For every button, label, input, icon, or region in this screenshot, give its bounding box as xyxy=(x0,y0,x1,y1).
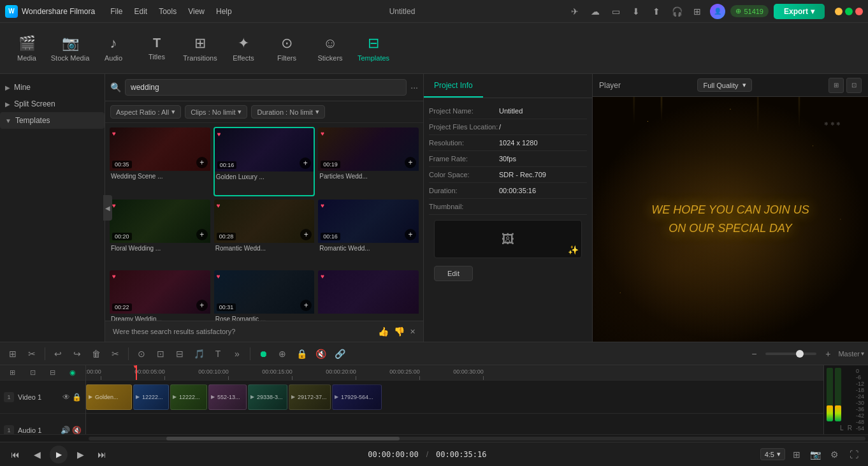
pip-button[interactable]: ⊞ xyxy=(789,447,804,462)
search-options-icon[interactable]: ··· xyxy=(410,82,418,92)
zoom-handle[interactable] xyxy=(796,350,804,358)
section-templates[interactable]: ▼ Templates xyxy=(0,112,105,129)
text-button[interactable]: T xyxy=(209,345,227,363)
template-add-6[interactable]: + xyxy=(196,300,208,311)
search-input[interactable] xyxy=(125,79,407,96)
tool-media[interactable]: 🎬 Media xyxy=(5,27,48,70)
record-button[interactable]: ⏺ xyxy=(254,345,272,363)
fullscreen-button[interactable]: ⛶ xyxy=(846,447,862,462)
settings-button[interactable]: ⚙ xyxy=(827,447,843,462)
track-lock-button[interactable]: ◉ xyxy=(64,365,82,382)
clip-29172[interactable]: ▶ 29172-37... xyxy=(289,384,331,410)
template-add-4[interactable]: + xyxy=(300,229,312,240)
redo-button[interactable]: ↪ xyxy=(68,345,86,363)
close-button[interactable] xyxy=(855,8,863,15)
audio-track-vol-button[interactable]: 🔊 xyxy=(61,426,70,435)
delete-button[interactable]: 🗑 xyxy=(87,345,105,363)
quality-selector[interactable]: Full Quality ▾ xyxy=(697,78,751,92)
audio-track-mute-button[interactable]: 🔇 xyxy=(72,426,82,435)
template-add-1[interactable]: + xyxy=(300,157,311,169)
playhead[interactable] xyxy=(136,365,137,380)
user-avatar[interactable]: 👤 xyxy=(710,4,725,19)
cloud-icon[interactable]: ☁ xyxy=(588,4,603,19)
feedback-close-button[interactable]: ✕ xyxy=(410,328,416,336)
menu-file[interactable]: File xyxy=(105,4,127,18)
template-add-7[interactable]: + xyxy=(300,300,312,311)
paste-button[interactable]: ⊡ xyxy=(152,345,170,363)
upload-icon[interactable]: ⬆ xyxy=(649,4,664,19)
template-card-1[interactable]: ♥ 00:16 + Golden Luxury ... xyxy=(213,127,315,196)
clip-552[interactable]: ▶ 552-13... xyxy=(208,384,247,410)
zoom-out-button[interactable]: − xyxy=(745,345,763,363)
mute-button[interactable]: 🔇 xyxy=(312,345,329,363)
thumbs-up-button[interactable]: 👍 xyxy=(378,326,389,337)
template-card-0[interactable]: ♥ 00:35 + Wedding Scene ... xyxy=(109,127,211,196)
template-add-5[interactable]: + xyxy=(405,229,416,240)
screenshot-button[interactable]: 📷 xyxy=(808,447,823,462)
go-end-button[interactable]: ⏭ xyxy=(93,446,111,463)
clip-golden[interactable]: ▶ Golden... xyxy=(86,384,132,410)
scrollbar-thumb[interactable] xyxy=(166,437,400,441)
download-icon[interactable]: ⬇ xyxy=(628,4,644,19)
tool-stock-media[interactable]: 📷 Stock Media xyxy=(48,27,92,70)
grid-icon[interactable]: ⊞ xyxy=(690,4,705,19)
tool-titles[interactable]: T Titles xyxy=(135,27,178,70)
menu-edit[interactable]: Edit xyxy=(129,4,153,18)
clip-12222[interactable]: ▶ 12222... xyxy=(133,384,169,410)
copy-button[interactable]: ⊙ xyxy=(133,345,150,363)
more-button[interactable]: » xyxy=(228,345,246,363)
video-track-lock2-button[interactable]: 🔒 xyxy=(72,393,82,402)
crop-button[interactable]: ⊟ xyxy=(171,345,189,363)
save-icon[interactable]: ✈ xyxy=(567,4,582,19)
grid-layout-button[interactable]: ⊞ xyxy=(828,78,844,93)
link-button[interactable]: 🔗 xyxy=(331,345,349,363)
template-add-2[interactable]: + xyxy=(405,157,416,168)
section-split-screen[interactable]: ▶ Split Screen xyxy=(0,96,105,112)
lock-button[interactable]: 🔒 xyxy=(293,345,310,363)
tool-filters[interactable]: ⊙ Filters xyxy=(265,27,308,70)
duration-filter[interactable]: Duration : No limit ▾ xyxy=(251,105,324,119)
template-card-5[interactable]: ♥ 00:16 + Romantic Wedd... xyxy=(317,199,419,267)
export-button[interactable]: Export ▾ xyxy=(774,4,825,19)
ratio-selector[interactable]: 4:5 ▾ xyxy=(760,448,785,460)
minimize-button[interactable] xyxy=(835,8,843,15)
scrollbar-track[interactable] xyxy=(89,437,865,441)
track-menu-button[interactable]: ⊡ xyxy=(24,365,42,382)
tool-audio[interactable]: ♪ Audio xyxy=(92,27,135,70)
prev-frame-button[interactable]: ◀ xyxy=(28,446,46,463)
play-button[interactable]: ▶ xyxy=(50,446,68,463)
video-track-eye-button[interactable]: 👁 xyxy=(62,393,70,402)
tool-templates[interactable]: ⊟ Templates xyxy=(352,27,395,70)
headset-icon[interactable]: 🎧 xyxy=(669,4,684,19)
zoom-in-button[interactable]: + xyxy=(819,345,837,363)
template-card-4[interactable]: ♥ 00:28 + Romantic Wedd... xyxy=(213,199,315,267)
credits-button[interactable]: ⊕ 51419 xyxy=(730,5,769,17)
undo-button[interactable]: ↩ xyxy=(49,345,67,363)
clip-17929[interactable]: ▶ 17929-564... xyxy=(332,384,382,410)
zoom-slider[interactable] xyxy=(765,353,816,355)
track-split-button[interactable]: ⊟ xyxy=(44,365,62,382)
menu-tools[interactable]: Tools xyxy=(154,4,182,18)
clip-29338[interactable]: ▶ 29338-3... xyxy=(248,384,287,410)
monitor-icon[interactable]: ▭ xyxy=(608,4,623,19)
section-mine[interactable]: ▶ Mine xyxy=(0,79,105,96)
snap-button[interactable]: ⊕ xyxy=(273,345,291,363)
fullscreen-layout-button[interactable]: ⊡ xyxy=(846,78,862,93)
add-track-button[interactable]: ⊞ xyxy=(4,365,22,382)
template-card-2[interactable]: ♥ 00:19 + Particles Wedd... xyxy=(317,127,419,196)
next-frame-button[interactable]: ▶ xyxy=(71,446,89,463)
template-add-0[interactable]: + xyxy=(196,157,208,168)
cut-button[interactable]: ✂ xyxy=(106,345,124,363)
tool-stickers[interactable]: ☺ Stickers xyxy=(308,27,352,70)
audio-button[interactable]: 🎵 xyxy=(190,345,208,363)
razor-button[interactable]: ✂ xyxy=(23,345,41,363)
menu-help[interactable]: Help xyxy=(211,4,237,18)
project-info-tab[interactable]: Project Info xyxy=(424,74,483,98)
split-clips-button[interactable]: ⊞ xyxy=(4,345,22,363)
collapse-panel-button[interactable]: ◀ xyxy=(103,195,112,221)
clips-filter[interactable]: Clips : No limit ▾ xyxy=(185,105,247,119)
tool-transitions[interactable]: ⊞ Transitions xyxy=(178,27,222,70)
template-add-3[interactable]: + xyxy=(196,229,208,240)
aspect-ratio-filter[interactable]: Aspect Ratio : All ▾ xyxy=(110,105,181,119)
edit-thumbnail-button[interactable]: Edit xyxy=(434,266,473,281)
